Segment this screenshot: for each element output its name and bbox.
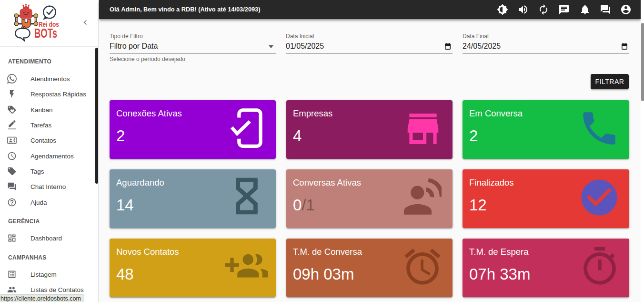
- svg-text:BOTs: BOTs: [34, 26, 57, 41]
